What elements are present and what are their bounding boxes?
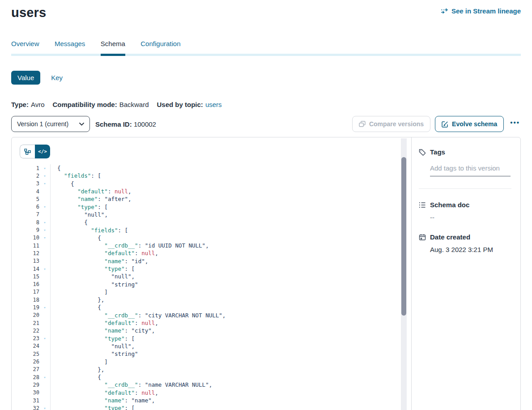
code-line-text: }, — [51, 296, 104, 303]
code-line: 11 "__crdb__": "id UUID NOT NULL", — [20, 242, 411, 249]
line-number: 16 — [20, 281, 39, 287]
code-editor-lines: 1▾{2▾ "fields": [3▾ {4 "default": null,5… — [20, 164, 411, 410]
sidebar-divider — [419, 188, 511, 189]
line-number: 23 — [20, 335, 39, 342]
code-line: 26 ] — [20, 358, 411, 365]
fold-arrow-icon[interactable]: ▾ — [39, 336, 50, 341]
fold-arrow-icon[interactable]: ▾ — [39, 375, 50, 380]
tags-heading: Tags — [419, 148, 511, 156]
topic-link[interactable]: users — [205, 101, 222, 108]
code-line: 4 "default": null, — [20, 188, 411, 195]
fold-arrow-icon[interactable]: ▾ — [39, 267, 50, 271]
code-line-text: "__crdb__": "city VARCHAR NOT NULL", — [51, 312, 226, 319]
schema-id-value: 100002 — [134, 120, 156, 128]
lineage-link-label: See in Stream lineage — [451, 7, 521, 15]
line-number: 21 — [20, 320, 39, 326]
version-bar-actions: Compare versions Evolve schema ••• — [352, 116, 521, 132]
fold-arrow-icon[interactable]: ▾ — [39, 406, 50, 410]
date-created-section: Date created Aug. 3 2022 3:21 PM — [419, 233, 511, 253]
line-number: 17 — [20, 289, 39, 295]
line-number: 4 — [20, 188, 39, 195]
compare-versions-button[interactable]: Compare versions — [352, 116, 430, 132]
code-line: 3▾ { — [20, 180, 411, 188]
code-view-button[interactable]: </> — [35, 145, 50, 158]
code-line-text: "string" — [51, 350, 138, 357]
code-line: 14▾ "type": [ — [20, 265, 411, 273]
key-toggle-button[interactable]: Key — [51, 74, 63, 81]
schema-sidebar: Tags Schema doc -- — [411, 137, 520, 410]
evolve-schema-label: Evolve schema — [452, 120, 497, 128]
code-line-text: { — [51, 180, 74, 187]
code-line: 12 "default": null, — [20, 249, 411, 257]
version-select[interactable]: Version 1 (current) — [11, 116, 90, 132]
fold-arrow-icon[interactable]: ▾ — [39, 235, 50, 240]
line-number: 31 — [20, 397, 39, 404]
code-line-text: "__crdb__": "name VARCHAR NULL", — [51, 381, 212, 388]
fold-arrow-icon[interactable]: ▾ — [39, 228, 50, 232]
fold-arrow-icon[interactable]: ▾ — [39, 174, 50, 178]
tab-schema[interactable]: Schema — [101, 40, 125, 56]
schema-id: Schema ID: 100002 — [95, 120, 156, 128]
code-line-text: "null", — [51, 273, 135, 280]
line-number: 30 — [20, 389, 39, 396]
more-options-button[interactable]: ••• — [508, 119, 521, 130]
code-line-text: "default": null, — [51, 250, 158, 256]
schema-doc-value: -- — [430, 214, 511, 221]
line-number: 26 — [20, 359, 39, 365]
date-created-value: Aug. 3 2022 3:21 PM — [430, 246, 511, 253]
evolve-schema-button[interactable]: Evolve schema — [435, 116, 504, 132]
tree-view-icon — [24, 149, 31, 155]
tag-icon — [419, 149, 426, 156]
schema-doc-heading: Schema doc — [419, 201, 511, 209]
code-line-text: "default": null, — [51, 188, 132, 195]
line-number: 5 — [20, 196, 39, 202]
schema-panel: </> 1▾{2▾ "fields": [3▾ {4 "default": nu… — [11, 137, 521, 410]
code-line: 30 "default": null, — [20, 389, 411, 397]
code-line-text: "default": null, — [51, 320, 158, 326]
value-toggle-button[interactable]: Value — [11, 71, 40, 85]
tab-underline-track — [11, 54, 521, 56]
code-line: 8▾ { — [20, 218, 411, 226]
code-line: 21 "default": null, — [20, 319, 411, 327]
schema-doc-section: Schema doc -- — [419, 201, 511, 221]
add-tags-input[interactable] — [430, 162, 511, 176]
list-icon — [419, 202, 426, 208]
line-number: 25 — [20, 351, 39, 357]
code-line: 22 "name": "city", — [20, 327, 411, 334]
tree-view-button[interactable] — [20, 145, 35, 158]
schema-id-label: Schema ID: — [95, 120, 132, 128]
compare-versions-label: Compare versions — [369, 120, 424, 128]
line-number: 9 — [20, 227, 39, 233]
code-line: 27 }, — [20, 366, 411, 373]
line-number: 11 — [20, 243, 39, 249]
compare-versions-icon — [359, 121, 366, 127]
code-line-text: { — [51, 304, 101, 311]
line-number: 1 — [20, 165, 39, 171]
evolve-schema-icon — [442, 121, 448, 128]
line-number: 3 — [20, 180, 39, 187]
fold-arrow-icon[interactable]: ▾ — [39, 181, 50, 186]
fold-arrow-icon[interactable]: ▾ — [39, 205, 50, 209]
type-label: Type: — [11, 101, 29, 108]
fold-arrow-icon[interactable]: ▾ — [39, 166, 50, 171]
code-line-text: "__crdb__": "id UUID NOT NULL", — [51, 242, 209, 249]
schema-meta-row: Type:Avro Compatibility mode:Backward Us… — [11, 101, 521, 108]
compatibility-mode: Compatibility mode:Backward — [52, 101, 149, 108]
code-line-text: { — [51, 165, 61, 171]
code-scrollbar-track[interactable] — [401, 138, 407, 410]
fold-arrow-icon[interactable]: ▾ — [39, 305, 50, 310]
code-line: 17 ] — [20, 288, 411, 296]
version-bar: Version 1 (current) Schema ID: 100002 Co… — [11, 116, 521, 132]
line-number: 18 — [20, 297, 39, 303]
code-line-text: }, — [51, 366, 104, 373]
code-scrollbar-thumb[interactable] — [401, 157, 406, 316]
tab-bar: Overview Messages Schema Configuration — [11, 40, 521, 56]
chevron-down-icon — [79, 123, 84, 126]
code-line: 29 "__crdb__": "name VARCHAR NULL", — [20, 381, 411, 389]
code-view-icon: </> — [38, 149, 47, 154]
used-by-topic: Used by topic:users — [157, 101, 222, 108]
fold-arrow-icon[interactable]: ▾ — [39, 220, 50, 225]
see-in-stream-lineage-link[interactable]: See in Stream lineage — [441, 7, 521, 15]
line-number: 13 — [20, 258, 39, 264]
code-line-text: "name": "city", — [51, 327, 155, 334]
